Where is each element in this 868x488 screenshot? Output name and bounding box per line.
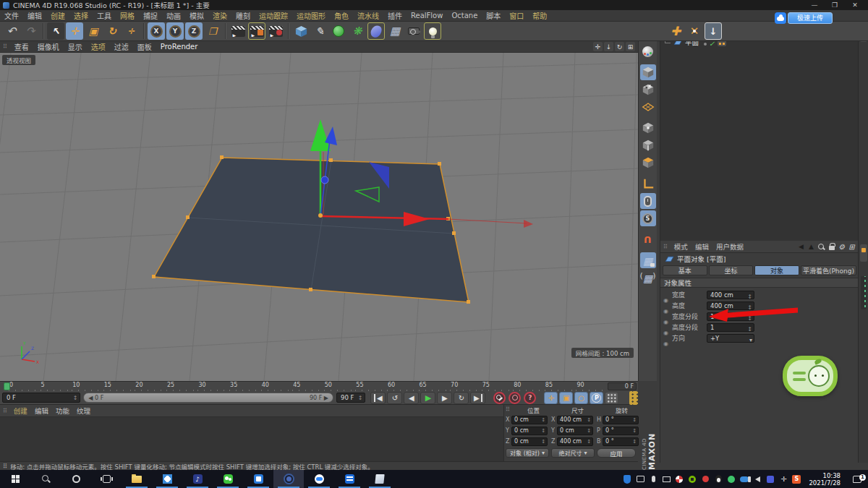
viewport-solo-icon[interactable] — [640, 193, 656, 209]
tray-sogou-icon[interactable]: S — [791, 474, 802, 485]
size-mode-dropdown[interactable]: 绝对尺寸 — [551, 448, 595, 458]
menu-item[interactable]: 角色 — [330, 10, 353, 21]
menu-item[interactable]: Octane — [447, 12, 482, 20]
size-z-field[interactable]: 400 cm — [557, 437, 593, 446]
field-input[interactable]: 1 — [707, 323, 754, 332]
play-button[interactable]: ▶ — [420, 392, 435, 404]
attribute-menu-item[interactable]: 用户数据 — [712, 241, 747, 252]
viewport-menu-item[interactable]: 过滤 — [110, 41, 133, 52]
generator-button[interactable] — [349, 22, 366, 40]
light-button[interactable] — [424, 22, 441, 40]
viewport-menu-item[interactable]: 摄像机 — [33, 41, 64, 52]
last-used-tool[interactable] — [122, 22, 140, 40]
menu-item[interactable]: 动画 — [162, 10, 185, 21]
previous-frame-button[interactable]: ◀ — [404, 392, 419, 404]
paint-mode-icon[interactable] — [640, 43, 656, 59]
taskbar-cinema4d[interactable] — [273, 470, 304, 488]
start-button[interactable] — [0, 470, 30, 488]
scale-tool[interactable] — [85, 22, 102, 40]
workplane-auto-icon[interactable] — [640, 270, 656, 286]
rotation-p-field[interactable]: 0 ° — [603, 427, 639, 435]
next-frame-button[interactable]: ▶ — [437, 392, 452, 404]
floor-environment-button[interactable] — [386, 22, 404, 40]
field-input[interactable]: 1 — [707, 312, 754, 321]
history-up-icon[interactable]: ▲ — [807, 242, 816, 252]
menu-item[interactable]: 创建 — [46, 10, 69, 21]
panel-handle-icon[interactable]: ⠿ — [0, 43, 10, 50]
download-arrow-button[interactable] — [705, 22, 722, 40]
close-button[interactable] — [845, 1, 865, 10]
tray-screenshot-icon[interactable] — [635, 474, 646, 485]
tray-monitor-icon[interactable] — [661, 474, 672, 485]
taskbar-blue-app[interactable] — [334, 470, 365, 488]
coordinate-system-button[interactable] — [204, 22, 221, 40]
menu-item[interactable]: 插件 — [383, 10, 407, 21]
primitive-cube-button[interactable] — [292, 22, 310, 40]
frame-range-slider[interactable]: ◀ 0 F 90 F ▶ — [83, 393, 333, 403]
camera-button[interactable] — [405, 22, 422, 40]
material-menu-item[interactable]: 功能 — [52, 406, 73, 416]
menu-item[interactable]: 运动图形 — [292, 10, 330, 21]
taskbar-search-button[interactable] — [30, 470, 61, 488]
timeline-window-icon[interactable] — [629, 391, 638, 405]
spinner-icon[interactable] — [73, 394, 78, 401]
timeline-playhead[interactable] — [4, 382, 10, 390]
netdisk-cloud-icon[interactable] — [775, 12, 786, 24]
goto-start-button[interactable]: ◀ — [370, 392, 386, 404]
material-menu-item[interactable]: 创建 — [10, 406, 31, 416]
attribute-menu-item[interactable]: 模式 — [671, 241, 692, 252]
menu-item[interactable]: 雕刻 — [231, 10, 255, 21]
tray-penguin-icon[interactable] — [713, 474, 724, 485]
animation-toggle-icon[interactable] — [663, 291, 670, 298]
attribute-menu-item[interactable]: 编辑 — [692, 241, 712, 252]
tray-record-icon[interactable] — [700, 474, 711, 485]
maximize-button[interactable] — [825, 1, 845, 10]
zoom-view-icon[interactable]: ↓ — [604, 42, 613, 51]
render-view-button[interactable] — [229, 22, 247, 40]
panel-handle-icon[interactable]: ⠿ — [0, 408, 10, 414]
notification-center-button[interactable]: 1 — [846, 476, 868, 483]
taskbar-notes-app[interactable] — [365, 470, 395, 488]
z-axis-lock-button[interactable]: Z — [185, 22, 203, 40]
tray-security-icon[interactable] — [622, 474, 633, 485]
history-back-icon[interactable]: ◀ — [796, 242, 806, 252]
taskbar-netdisk[interactable] — [304, 470, 334, 488]
menu-item[interactable]: 渲染 — [208, 10, 231, 21]
model-mode-icon[interactable] — [640, 64, 656, 80]
animation-toggle-icon[interactable] — [663, 313, 670, 320]
points-mode-icon[interactable] — [640, 120, 656, 136]
taskbar-wechat[interactable] — [213, 470, 243, 488]
rotate-view-icon[interactable]: ↻ — [615, 42, 624, 51]
lock-workplane-icon[interactable] — [640, 252, 656, 268]
subdivision-surface-button[interactable] — [330, 22, 347, 40]
coordinate-mode-dropdown[interactable]: 对象 (相对) — [506, 448, 549, 458]
texture-mode-icon[interactable] — [640, 82, 656, 98]
menu-item[interactable]: 选择 — [69, 10, 93, 21]
tray-mic-icon[interactable] — [648, 474, 659, 485]
menu-item[interactable]: 流水线 — [353, 10, 383, 21]
x-axis-lock-button[interactable]: X — [148, 22, 165, 40]
keyframe-selection-button[interactable] — [524, 392, 536, 404]
animation-toggle-icon[interactable] — [663, 302, 670, 309]
apply-button[interactable]: 应用 — [597, 448, 636, 458]
taskbar-music-app[interactable]: ♪ — [182, 470, 213, 488]
workplane-mode-icon[interactable] — [640, 99, 656, 115]
lock-icon[interactable] — [827, 242, 836, 252]
play-backwards-button[interactable]: ↺ — [387, 392, 402, 404]
menu-item[interactable]: 模拟 — [185, 10, 208, 21]
panel-icon[interactable] — [847, 242, 856, 252]
minimize-button[interactable] — [804, 1, 825, 10]
key-parameter-toggle[interactable]: P — [590, 392, 603, 404]
material-menu-item[interactable]: 编辑 — [31, 406, 52, 416]
field-input[interactable]: +Y — [707, 334, 754, 343]
gear-icon[interactable] — [837, 242, 846, 252]
attribute-tab[interactable]: 对象 — [754, 265, 799, 275]
taskbar-clock[interactable]: 10:38 2021/7/28 — [803, 472, 846, 487]
menu-item[interactable]: 工具 — [93, 10, 116, 21]
menu-item[interactable]: 脚本 — [482, 10, 505, 21]
material-list-area[interactable] — [0, 417, 503, 461]
render-to-picture-viewer-button[interactable] — [248, 22, 265, 40]
dock-tab[interactable] — [860, 244, 867, 262]
key-scale-toggle[interactable]: ▣ — [559, 392, 573, 404]
size-y-field[interactable]: 0 cm — [557, 427, 593, 435]
